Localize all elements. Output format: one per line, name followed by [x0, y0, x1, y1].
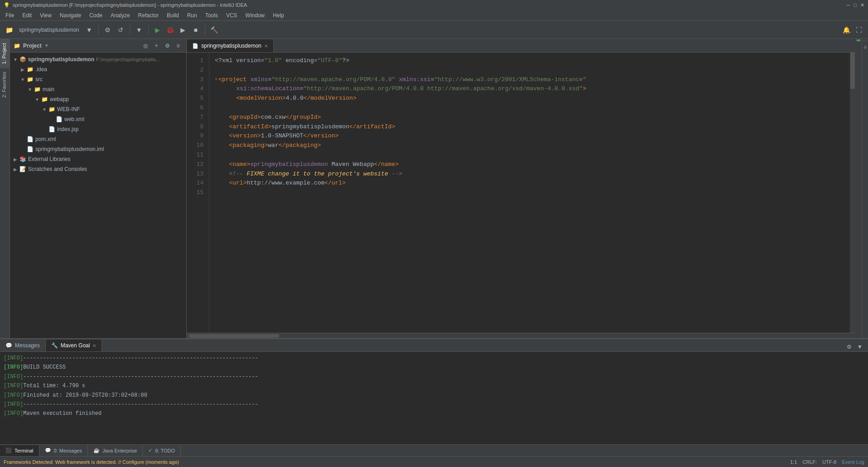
- minimize-btn[interactable]: ─: [847, 2, 850, 8]
- console-info-label-6: [INFO]: [4, 400, 23, 409]
- toolbar-dropdown[interactable]: ▼: [84, 24, 95, 35]
- javaee-tab[interactable]: ☕ Java Enterprise: [88, 445, 143, 456]
- tree-indexjsp[interactable]: ▶ 📄 index.jsp: [10, 124, 186, 134]
- editor-tab-active[interactable]: 📄 springmybatisplusdemon ✕: [187, 39, 274, 52]
- menu-file[interactable]: File: [2, 11, 18, 19]
- todo-tab[interactable]: ✓ 6: TODO: [143, 445, 181, 456]
- editor-scrollbar[interactable]: [850, 53, 855, 333]
- code-line-6: [215, 103, 844, 113]
- toolbar-sync-btn[interactable]: ↺: [115, 24, 126, 35]
- scroll-thumb[interactable]: [850, 53, 855, 89]
- tree-root-icon: 📦: [19, 56, 26, 63]
- menu-help[interactable]: Help: [269, 11, 288, 19]
- horizontal-scrollbar[interactable]: [187, 333, 855, 338]
- code-line-11: [215, 151, 844, 160]
- todo-icon: ✓: [148, 448, 152, 453]
- tree-pomxml[interactable]: ▶ 📄 pom.xml: [10, 134, 186, 144]
- hscroll-thumb[interactable]: [189, 334, 279, 338]
- menu-window[interactable]: Window: [242, 11, 268, 19]
- menu-view[interactable]: View: [36, 11, 55, 19]
- toolbar-settings-btn[interactable]: ⚙: [102, 24, 113, 35]
- status-encoding[interactable]: UTF-8: [822, 459, 836, 465]
- code-area[interactable]: <?xml version="1.0" encoding="UTF-8"?> ▼…: [209, 53, 850, 333]
- tree-indexjsp-icon: 📄: [48, 126, 55, 132]
- tree-webapp[interactable]: ▼ 📁 webapp: [10, 94, 186, 104]
- restore-btn[interactable]: □: [853, 2, 857, 8]
- menu-run[interactable]: Run: [184, 11, 201, 19]
- code-line-13: <!-- FIXME change it to the project's we…: [215, 170, 844, 179]
- menu-refactor[interactable]: Refactor: [135, 11, 162, 19]
- toolbar-play-btn[interactable]: ▶: [152, 24, 163, 35]
- code-line-2: [215, 66, 844, 75]
- status-event-log[interactable]: Event Log: [842, 459, 864, 465]
- toolbar-run-config-dropdown[interactable]: ▼: [134, 24, 145, 35]
- toolbar-project-icon[interactable]: 📁: [4, 24, 15, 35]
- code-line-7: <groupId> com.cxw </groupId>: [215, 113, 844, 122]
- tree-idea-label: .idea: [35, 66, 47, 73]
- terminal-tab[interactable]: ⬛ Terminal: [0, 445, 39, 456]
- project-expand-btn[interactable]: ≡: [174, 41, 183, 50]
- menu-tools[interactable]: Tools: [202, 11, 222, 19]
- status-lf[interactable]: CRLF:: [803, 459, 817, 465]
- project-locate-btn[interactable]: ◎: [141, 41, 150, 50]
- toolbar-notifications-btn[interactable]: 🔔: [841, 24, 852, 35]
- console-info-label-4: [INFO]: [4, 381, 23, 390]
- project-tree: ▼ 📦 springmybatisplusdemon F:\myproject\…: [10, 53, 186, 338]
- tree-root[interactable]: ▼ 📦 springmybatisplusdemon F:\myproject\…: [10, 54, 186, 64]
- tree-idea[interactable]: ▶ 📁 .idea: [10, 64, 186, 74]
- line-num-11: 11: [187, 151, 207, 160]
- close-btn[interactable]: ✕: [860, 2, 864, 8]
- tree-webxml[interactable]: ▶ 📄 web.xml: [10, 114, 186, 124]
- bottom-tabs: 💬 Messages 🔧 Maven Goal ✕ ⚙ ▼: [0, 339, 868, 352]
- menu-edit[interactable]: Edit: [19, 11, 35, 19]
- toolbar-debug-btn[interactable]: 🐞: [165, 24, 176, 35]
- right-panel-label[interactable]: ⚙: [862, 41, 868, 53]
- tree-ext-libs[interactable]: ▶ 📚 External Libraries: [10, 154, 186, 164]
- tree-root-label: springmybatisplusdemon: [28, 56, 94, 63]
- maven-tab-close[interactable]: ✕: [92, 343, 96, 348]
- line-num-13: 13: [187, 170, 207, 179]
- project-add-btn[interactable]: +: [152, 41, 161, 50]
- bottom-tab-messages[interactable]: 💬 Messages: [0, 340, 46, 351]
- menu-vcs[interactable]: VCS: [223, 11, 241, 19]
- menu-analyze[interactable]: Analyze: [107, 11, 134, 19]
- tab-bar: 📄 springmybatisplusdemon ✕: [187, 39, 855, 53]
- line-num-6: 6: [187, 103, 207, 113]
- status-right: 1:1 CRLF: UTF-8 Event Log: [790, 459, 864, 465]
- toolbar-maximize-btn[interactable]: ⛶: [853, 24, 864, 35]
- toolbar-separator-1: [98, 25, 99, 34]
- menu-build[interactable]: Build: [163, 11, 183, 19]
- vtab-favorites[interactable]: 2: Favorites: [0, 68, 10, 101]
- line-num-10: 10: [187, 141, 207, 151]
- tab-close-btn[interactable]: ✕: [264, 44, 268, 49]
- bottom-tab-maven[interactable]: 🔧 Maven Goal ✕: [46, 340, 102, 351]
- menu-code[interactable]: Code: [86, 11, 106, 19]
- tree-main[interactable]: ▼ 📁 main: [10, 84, 186, 94]
- project-settings-btn[interactable]: ⚙: [163, 41, 172, 50]
- fold-icon-3[interactable]: ▼: [215, 76, 218, 83]
- console-line-6: [INFO] ---------------------------------…: [4, 400, 864, 409]
- code-line-4: xsi:schemaLocation = "http://maven.apach…: [215, 84, 844, 94]
- toolbar-build-btn[interactable]: 🔨: [209, 24, 220, 35]
- toolbar-run-coverage-btn[interactable]: ▶: [178, 24, 189, 35]
- tree-ext-libs-arrow: ▶: [12, 157, 19, 162]
- menu-bar: File Edit View Navigate Code Analyze Ref…: [0, 10, 868, 21]
- tree-main-arrow: ▼: [26, 87, 34, 92]
- menu-navigate[interactable]: Navigate: [56, 11, 85, 19]
- tree-iml[interactable]: ▶ 📄 springmybatisplusdemon.iml: [10, 144, 186, 154]
- bottom-hide-btn[interactable]: ▼: [855, 342, 864, 351]
- vtab-project[interactable]: 1: Project: [0, 39, 10, 68]
- console-success-text: BUILD SUCCESS: [23, 363, 66, 372]
- toolbar-project-label: springmybatisplusdemon: [16, 27, 82, 33]
- bottom-settings-btn[interactable]: ⚙: [844, 342, 853, 351]
- tree-src[interactable]: ▼ 📁 src: [10, 74, 186, 84]
- tree-webinf[interactable]: ▼ 📁 WEB-INF: [10, 104, 186, 114]
- tree-scratches[interactable]: ▶ 📝 Scratches and Consoles: [10, 164, 186, 174]
- code-attr-schemaLocation: xsi:schemaLocation: [222, 84, 300, 94]
- status-position[interactable]: 1:1: [790, 459, 797, 465]
- tab-label: springmybatisplusdemon: [201, 43, 262, 49]
- messages-bottom-tab[interactable]: 💬 0: Messages: [39, 445, 88, 456]
- line-num-12: 12: [187, 160, 207, 170]
- toolbar-stop-btn[interactable]: ■: [190, 24, 201, 35]
- code-val-schemaLocation: "http://maven.apache.org/POM/4.0.0 http:…: [303, 84, 582, 94]
